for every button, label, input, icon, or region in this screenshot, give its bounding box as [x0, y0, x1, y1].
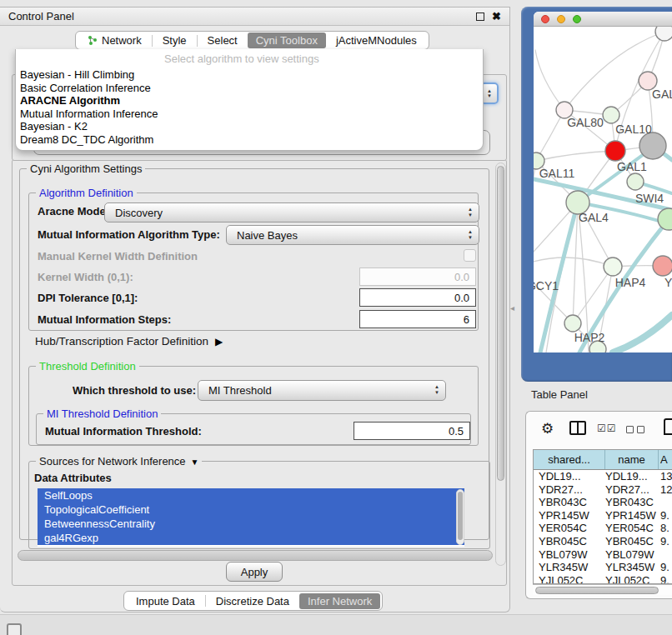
network-edge[interactable]	[534, 258, 613, 267]
dpi-tolerance-field[interactable]: 0.0	[359, 288, 476, 307]
table-row[interactable]: YBR043CYBR043C	[534, 496, 672, 509]
list-scrollbar[interactable]	[456, 489, 464, 545]
bottom-tab-bar: Impute Data Discretize Data Infer Networ…	[123, 591, 383, 611]
network-node-y[interactable]	[653, 256, 672, 276]
table-cell: YBL079W	[605, 548, 659, 562]
table-row[interactable]: YBR045CYBR045C9.	[534, 535, 672, 548]
deselect-checkbox-icon[interactable]	[637, 426, 644, 433]
mi-steps-field[interactable]: 6	[359, 310, 476, 328]
algorithm-option[interactable]: Bayesian - K2	[16, 120, 483, 133]
select-all-checkboxes-icon[interactable]: ☑☑	[597, 422, 617, 434]
table-cell: 9.	[659, 509, 672, 522]
network-edge[interactable]	[564, 32, 664, 110]
table-row[interactable]: YDL19...YDL19...13	[534, 470, 672, 483]
tab-label: Cyni Toolbox	[256, 34, 318, 47]
vertical-scrollbar-thumb[interactable]	[497, 166, 504, 481]
network-view-window: GALGAL80GAL10GAL1GAL11SWI4GAL4GCY1HAP4YH…	[534, 12, 672, 352]
which-threshold-combo[interactable]: MI Threshold ▲▼	[198, 380, 446, 401]
tab-cyni-toolbox[interactable]: Cyni Toolbox	[248, 32, 326, 48]
table-cell: YBL079W	[534, 548, 605, 562]
network-edge[interactable]	[536, 151, 615, 161]
hub-definition-toggle[interactable]: Hub/Transcription Factor Definition▶	[35, 335, 223, 348]
minimize-traffic-light-icon[interactable]	[557, 15, 565, 23]
kernel-width-label: Kernel Width (0,1):	[38, 271, 133, 283]
network-node-label: Y	[664, 276, 672, 289]
network-canvas[interactable]: GALGAL80GAL10GAL1GAL11SWI4GAL4GCY1HAP4YH…	[534, 27, 672, 352]
table-row[interactable]: YJL052CYJL052C9.	[534, 574, 672, 584]
tab-style[interactable]: Style	[153, 32, 197, 48]
network-node-swi4[interactable]	[658, 208, 672, 230]
tab-label: jActiveMNodules	[336, 34, 417, 47]
table-row[interactable]: YLR345WYLR345W9.	[534, 561, 672, 574]
vertical-scrollbar[interactable]	[495, 162, 506, 566]
close-traffic-light-icon[interactable]	[541, 15, 549, 23]
network-node[interactable]	[627, 173, 644, 190]
table-row[interactable]: YBL079WYBL079W	[534, 548, 672, 562]
kernel-width-field[interactable]: 0.0	[359, 268, 476, 286]
tab-network[interactable]: Network	[78, 32, 152, 48]
table-horizontal-scrollbar-thumb[interactable]	[535, 587, 659, 594]
tab-select[interactable]: Select	[198, 32, 248, 48]
manual-kernel-checkbox[interactable]	[464, 249, 476, 262]
close-icon[interactable]: ✖	[492, 10, 501, 22]
zoom-traffic-light-icon[interactable]	[573, 15, 581, 23]
table-row[interactable]: YER054CYER054C8.	[534, 522, 672, 535]
algorithm-option[interactable]: Mutual Information Inference	[16, 108, 483, 121]
tab-discretize-data[interactable]: Discretize Data	[206, 593, 299, 609]
network-edge[interactable]	[573, 267, 613, 323]
which-threshold-label: Which threshold to use:	[73, 384, 196, 397]
table-column-header[interactable]: A	[659, 450, 672, 469]
table-column-header[interactable]: shared...	[534, 450, 605, 469]
tab-label: Discretize Data	[216, 595, 289, 608]
deselect-checkbox-icon[interactable]	[626, 426, 634, 433]
aracne-mode-value: Discovery	[115, 207, 163, 219]
dpi-tolerance-value: 0.0	[454, 292, 469, 304]
algorithm-option[interactable]: ARACNE Algorithm	[16, 94, 483, 108]
control-panel-title: Control Panel	[8, 10, 476, 22]
table-row[interactable]: YDR27...YDR27...12	[534, 483, 672, 497]
table-grid-icon[interactable]	[664, 418, 672, 435]
mi-type-label: Mutual Information Algorithm Type:	[38, 228, 220, 241]
table-cell: YBR045C	[605, 535, 659, 548]
mi-threshold-field[interactable]: 0.5	[354, 422, 470, 440]
status-band	[0, 614, 672, 635]
network-node-hap4[interactable]	[604, 258, 622, 276]
table-column-header[interactable]: name	[605, 450, 659, 469]
tab-jactivemnodules[interactable]: jActiveMNodules	[326, 32, 427, 48]
list-scrollbar-thumb[interactable]	[458, 492, 463, 540]
algorithm-option[interactable]: Dream8 DC_TDC Algorithm	[16, 133, 483, 147]
network-node[interactable]	[655, 27, 672, 41]
algorithm-option[interactable]: Bayesian - Hill Climbing	[16, 68, 483, 82]
network-window-titlebar[interactable]	[534, 12, 672, 27]
mi-type-combo[interactable]: Naive Bayes ▲▼	[226, 225, 479, 245]
apply-button-label: Apply	[241, 566, 268, 578]
network-node-label: GAL10	[615, 122, 652, 136]
tab-impute-data[interactable]: Impute Data	[126, 593, 205, 609]
algorithm-option[interactable]: Basic Correlation Inference	[16, 82, 483, 95]
minimized-panel-icon[interactable]	[7, 623, 22, 635]
attribute-list-item[interactable]: TopologicalCoefficient	[38, 502, 464, 517]
table-horizontal-scrollbar[interactable]	[533, 584, 672, 595]
network-edge[interactable]	[535, 50, 564, 110]
gear-icon[interactable]: ⚙	[541, 420, 554, 438]
split-columns-icon[interactable]	[569, 421, 586, 435]
network-node[interactable]	[639, 132, 666, 159]
network-node-gal1[interactable]	[605, 141, 625, 161]
network-node-gal10[interactable]	[603, 107, 619, 123]
network-node-hap2[interactable]	[564, 315, 581, 332]
attribute-list-item[interactable]: SelfLoops	[38, 488, 464, 502]
combo-arrows-icon: ▲▼	[468, 207, 473, 218]
panel-splitter-arrow-icon[interactable]: ◂	[510, 303, 514, 312]
apply-button[interactable]: Apply	[226, 562, 283, 582]
horizontal-scrollbar-thumb[interactable]	[18, 550, 493, 561]
aracne-mode-combo[interactable]: Discovery ▲▼	[104, 202, 479, 222]
attribute-list-item[interactable]: BetweennessCentrality	[38, 517, 464, 531]
node-table: shared...nameA YDL19...YDL19...13YDR27..…	[533, 449, 672, 584]
dpi-tolerance-label: DPI Tolerance [0,1]:	[38, 292, 138, 304]
network-edge[interactable]	[613, 315, 672, 352]
table-row[interactable]: YPR145WYPR145W9.	[534, 509, 672, 522]
sources-title[interactable]: Sources for Network Inference▼	[36, 455, 202, 468]
attribute-list-item[interactable]: gal4RGexp	[38, 531, 464, 545]
float-window-icon[interactable]	[476, 12, 484, 21]
tab-infer-network[interactable]: Infer Network	[299, 593, 380, 609]
